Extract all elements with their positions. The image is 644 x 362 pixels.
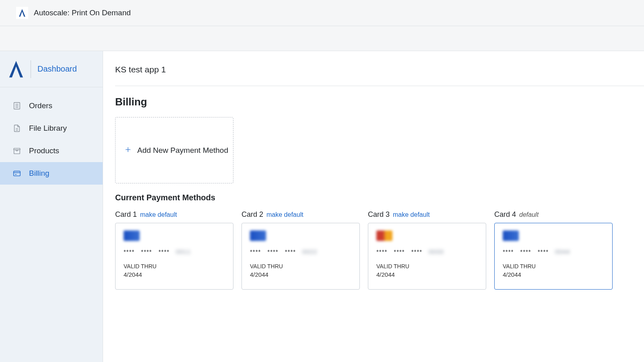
app-title: Autoscale: Print On Demand: [34, 8, 131, 17]
top-header: Autoscale: Print On Demand: [0, 0, 644, 26]
sidebar-item-orders[interactable]: Orders: [0, 95, 103, 117]
list-icon: [12, 101, 22, 111]
card-number: **** **** **** 0011: [124, 248, 225, 255]
cards-row: Card 1 make default **** **** **** 0011 …: [115, 210, 644, 290]
sidebar-item-file-library[interactable]: File Library: [0, 117, 103, 140]
divider: [115, 86, 644, 86]
add-payment-label: Add New Payment Method: [137, 146, 228, 155]
payment-card: Card 1 make default **** **** **** 0011 …: [115, 210, 233, 290]
make-default-link[interactable]: make default: [140, 211, 177, 218]
card-number: **** **** **** 0044: [503, 248, 604, 255]
valid-thru-label: VALID THRU: [250, 263, 351, 269]
sidebar-item-label: File Library: [29, 124, 67, 133]
card-icon: [12, 169, 22, 178]
sidebar-item-billing[interactable]: Billing: [0, 162, 103, 185]
card-box[interactable]: **** **** **** 0044 VALID THRU 4/2044: [494, 223, 613, 290]
card-title: Card 1: [115, 210, 137, 219]
valid-thru-label: VALID THRU: [503, 263, 604, 269]
make-default-link[interactable]: make default: [393, 211, 430, 218]
card-expiry: 4/2044: [503, 271, 604, 278]
valid-thru-label: VALID THRU: [376, 263, 478, 269]
card-expiry: 4/2044: [376, 271, 478, 278]
add-payment-button[interactable]: Add New Payment Method: [115, 117, 233, 183]
page-title: KS test app 1: [115, 65, 644, 74]
default-label: default: [519, 211, 539, 218]
sidebar-dashboard-label: Dashboard: [37, 64, 77, 74]
card-number: **** **** **** 0033: [376, 248, 478, 255]
payment-card: Card 2 make default **** **** **** 0022 …: [242, 210, 360, 290]
payment-card: Card 4 default **** **** **** 0044 VALID…: [494, 210, 613, 290]
file-icon: [12, 123, 22, 133]
sidebar: Dashboard Orders File Library Products: [0, 51, 103, 362]
card-brand-icon: [124, 230, 140, 241]
card-box[interactable]: **** **** **** 0033 VALID THRU 4/2044: [368, 223, 486, 290]
plus-icon: [124, 146, 132, 155]
card-box[interactable]: **** **** **** 0022 VALID THRU 4/2044: [242, 223, 360, 290]
brand-logo-icon: [6, 58, 26, 80]
make-default-link[interactable]: make default: [266, 211, 303, 218]
sidebar-item-label: Orders: [29, 101, 52, 110]
card-title: Card 2: [242, 210, 263, 219]
card-brand-icon: [503, 230, 519, 241]
payment-card: Card 3 make default **** **** **** 0033 …: [368, 210, 486, 290]
card-number: **** **** **** 0022: [250, 248, 351, 255]
app-logo-icon: [16, 7, 28, 19]
section-title: Billing: [115, 96, 644, 108]
sidebar-item-label: Products: [29, 146, 59, 155]
valid-thru-label: VALID THRU: [124, 263, 225, 269]
sidebar-header[interactable]: Dashboard: [0, 51, 103, 87]
card-brand-icon: [250, 230, 266, 241]
divider: [31, 60, 31, 78]
card-expiry: 4/2044: [250, 271, 351, 278]
store-icon: [12, 146, 22, 156]
card-box[interactable]: **** **** **** 0011 VALID THRU 4/2044: [115, 223, 233, 290]
sub-header: [0, 26, 644, 51]
svg-rect-6: [14, 171, 21, 176]
sidebar-item-products[interactable]: Products: [0, 140, 103, 162]
card-brand-icon: [376, 230, 392, 241]
card-title: Card 3: [368, 210, 390, 219]
sidebar-item-label: Billing: [29, 169, 50, 178]
card-title: Card 4: [494, 210, 516, 219]
current-methods-title: Current Payment Methods: [115, 193, 644, 202]
main-content: KS test app 1 Billing Add New Payment Me…: [103, 51, 644, 362]
card-expiry: 4/2044: [124, 271, 225, 278]
